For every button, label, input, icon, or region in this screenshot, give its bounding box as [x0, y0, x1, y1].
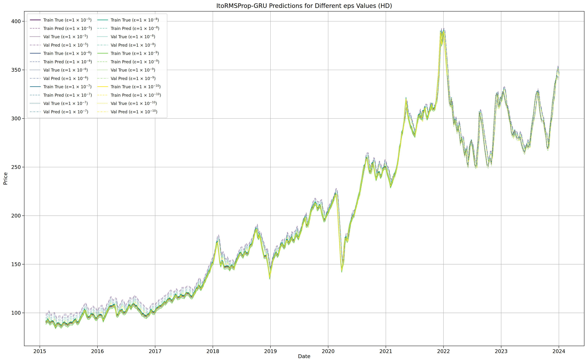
y-tick-label: 100 [11, 310, 21, 316]
legend-label: Val Pred (ε=1 × 10−9) [111, 76, 156, 81]
legend-dashed-line-swatch [30, 94, 41, 96]
legend-item: Train Pred (ε=1 × 10−6) [30, 58, 95, 66]
legend-item: Val Pred (ε=1 × 10−10) [97, 108, 164, 116]
legend-item: Train True (ε=1 × 10−5) [30, 16, 95, 24]
legend-dotted-line-swatch [30, 103, 41, 104]
x-tick-label: 2020 [322, 348, 334, 354]
y-tick-label: 350 [11, 67, 21, 73]
legend-label: Val True (ε=1 × 10−8) [111, 34, 155, 39]
legend-dashdot-line-swatch [30, 78, 41, 79]
legend-dotted-line-swatch [30, 36, 41, 37]
legend-dashdot-line-swatch [97, 44, 108, 46]
series-val-pred-1e-5 [447, 58, 559, 165]
legend-item: Train True (ε=1 × 10−7) [30, 83, 95, 91]
x-tick-label: 2022 [437, 348, 450, 354]
legend-solid-line-swatch [30, 19, 41, 21]
legend-dotted-line-swatch [97, 103, 108, 104]
legend-item: Val True (ε=1 × 10−5) [30, 32, 95, 41]
legend-item: Val Pred (ε=1 × 10−7) [30, 108, 95, 116]
legend-label: Train True (ε=1 × 10−8) [111, 17, 159, 22]
legend-dotted-line-swatch [97, 36, 108, 37]
legend-label: Val True (ε=1 × 10−10) [111, 101, 157, 106]
legend-label: Val True (ε=1 × 10−6) [43, 67, 88, 72]
legend-dashdot-line-swatch [30, 111, 41, 112]
x-tick-label: 2016 [91, 348, 104, 354]
figure: ItoRMSProp-GRU Predictions for Different… [0, 0, 588, 364]
legend-item: Train Pred (ε=1 × 10−7) [30, 91, 95, 99]
x-tick-label: 2021 [380, 348, 392, 354]
legend-item: Train Pred (ε=1 × 10−8) [97, 24, 164, 33]
legend-label: Val Pred (ε=1 × 10−5) [43, 43, 88, 47]
legend-label: Val True (ε=1 × 10−7) [43, 101, 88, 106]
legend-item: Val True (ε=1 × 10−9) [97, 66, 164, 74]
legend-dashdot-line-swatch [97, 78, 108, 79]
legend-item: Val Pred (ε=1 × 10−6) [30, 74, 95, 83]
legend-item: Train True (ε=1 × 10−6) [30, 49, 95, 58]
legend-label: Train Pred (ε=1 × 10−9) [111, 59, 159, 64]
legend-item: Val Pred (ε=1 × 10−5) [30, 41, 95, 49]
legend-label: Val True (ε=1 × 10−9) [111, 67, 155, 72]
legend-dotted-line-swatch [97, 69, 108, 71]
legend-item: Train Pred (ε=1 × 10−5) [30, 24, 95, 33]
legend-label: Train Pred (ε=1 × 10−5) [43, 26, 92, 31]
legend-solid-line-swatch [97, 52, 108, 54]
legend-solid-line-swatch [97, 19, 108, 21]
legend-dashed-line-swatch [97, 28, 108, 29]
series-val-true-1e-5 [447, 73, 559, 167]
legend-label: Train True (ε=1 × 10−7) [43, 84, 92, 89]
legend-item: Train True (ε=1 × 10−9) [97, 49, 164, 58]
x-tick-label: 2023 [495, 348, 508, 354]
legend-dashed-line-swatch [30, 28, 41, 29]
legend-dashed-line-swatch [97, 61, 108, 62]
legend-solid-line-swatch [30, 52, 41, 54]
legend-solid-line-swatch [30, 86, 41, 87]
series-val-true-1e-9 [447, 76, 559, 169]
y-tick-label: 150 [11, 261, 21, 267]
legend-solid-line-swatch [97, 86, 108, 87]
legend-label: Train True (ε=1 × 10−5) [43, 17, 92, 22]
legend-dashdot-line-swatch [97, 111, 108, 112]
legend-label: Val Pred (ε=1 × 10−10) [111, 109, 157, 114]
legend-label: Train Pred (ε=1 × 10−7) [43, 92, 92, 98]
legend-item: Val True (ε=1 × 10−8) [97, 32, 164, 41]
legend-label: Val True (ε=1 × 10−5) [43, 34, 88, 39]
y-tick-label: 300 [11, 116, 21, 121]
legend-label: Val Pred (ε=1 × 10−8) [111, 43, 156, 47]
legend-dashdot-line-swatch [30, 44, 41, 46]
legend-dashed-line-swatch [97, 94, 108, 96]
legend-label: Train Pred (ε=1 × 10−6) [43, 59, 92, 64]
legend-item: Val True (ε=1 × 10−10) [97, 99, 164, 108]
y-tick-label: 250 [11, 164, 21, 170]
legend-item: Train True (ε=1 × 10−10) [97, 83, 164, 91]
legend-label: Val Pred (ε=1 × 10−7) [43, 109, 88, 114]
y-tick-label: 200 [11, 213, 21, 219]
legend-item: Train Pred (ε=1 × 10−9) [97, 58, 164, 66]
x-tick-label: 2015 [33, 348, 46, 354]
chart-title: ItoRMSProp-GRU Predictions for Different… [216, 2, 392, 9]
y-axis-label: Price [2, 172, 8, 185]
legend-dotted-line-swatch [30, 69, 41, 71]
x-axis-label: Date [298, 353, 310, 359]
x-tick-label: 2017 [149, 348, 161, 354]
legend-label: Train Pred (ε=1 × 10−10) [111, 92, 161, 98]
legend-item: Train Pred (ε=1 × 10−10) [97, 91, 164, 99]
x-tick-label: 2019 [264, 348, 277, 354]
x-tick-label: 2018 [207, 348, 219, 354]
legend-item: Val True (ε=1 × 10−6) [30, 66, 95, 74]
legend-label: Train True (ε=1 × 10−9) [111, 51, 159, 56]
legend-label: Train Pred (ε=1 × 10−8) [111, 26, 159, 31]
legend-label: Train True (ε=1 × 10−10) [111, 84, 161, 89]
series-val-true-1e-10 [447, 74, 559, 167]
legend-label: Train True (ε=1 × 10−6) [43, 51, 92, 56]
x-tick-label: 2024 [553, 348, 565, 354]
y-tick-label: 400 [11, 18, 21, 24]
legend-item: Val True (ε=1 × 10−7) [30, 99, 95, 108]
legend-item: Val Pred (ε=1 × 10−9) [97, 74, 164, 83]
legend-item: Train True (ε=1 × 10−8) [97, 16, 164, 24]
legend-dashed-line-swatch [30, 61, 41, 62]
legend-item: Val Pred (ε=1 × 10−8) [97, 41, 164, 49]
legend-label: Val Pred (ε=1 × 10−6) [43, 76, 88, 81]
legend: Train True (ε=1 × 10−5)Train Pred (ε=1 ×… [27, 14, 167, 118]
